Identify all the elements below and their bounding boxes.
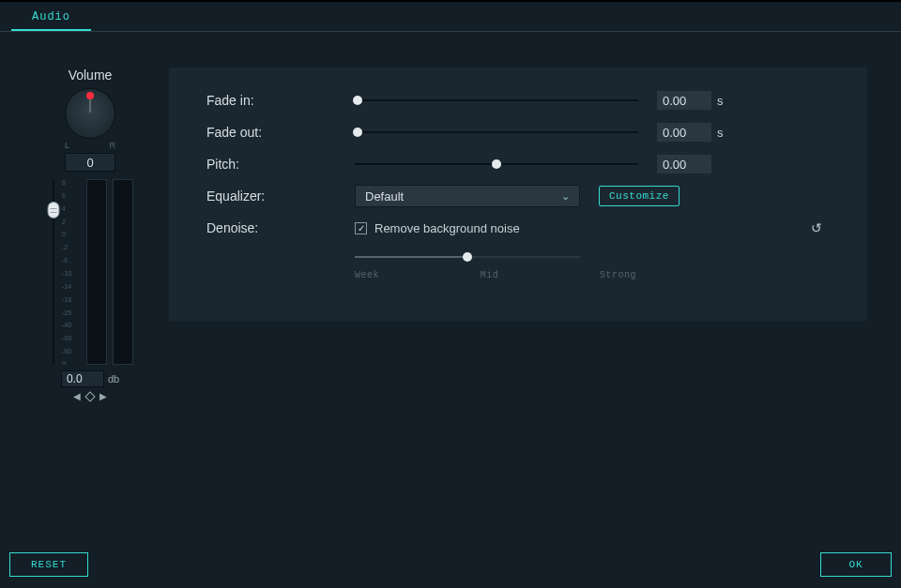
fade-in-label: Fade in: [206, 93, 355, 108]
pan-value-input[interactable] [65, 153, 115, 172]
denoise-row: Denoise: ✓ Remove background noise ↺ [206, 212, 830, 244]
pan-knob[interactable] [65, 88, 115, 139]
volume-title: Volume [69, 68, 113, 83]
fade-in-thumb-icon[interactable] [353, 96, 362, 105]
tab-audio[interactable]: Audio [11, 5, 91, 31]
fade-out-label: Fade out: [206, 125, 355, 140]
denoise-mid-label: Mid [481, 270, 499, 280]
denoise-strength-slider[interactable] [355, 249, 580, 264]
keyframe-nav: ◀ ▶ [73, 391, 107, 401]
level-meter-right [113, 179, 133, 365]
scale-tick: -18 [62, 296, 71, 303]
equalizer-selected-value: Default [365, 189, 404, 204]
fade-in-input[interactable] [657, 91, 711, 110]
fade-out-input[interactable] [657, 123, 711, 142]
content: Volume L R 8 6 4 2 0 [0, 32, 901, 401]
meter-block: 8 6 4 2 0 -2 -6 -10 -14 -18 -25 -40 -60 … [45, 179, 135, 365]
fade-out-slider[interactable] [355, 125, 638, 140]
scale-tick: 2 [62, 219, 66, 225]
scale-tick: 0 [62, 231, 66, 237]
ok-button[interactable]: OK [820, 552, 892, 577]
keyframe-next-icon[interactable]: ▶ [99, 391, 107, 401]
scale-tick: -10 [62, 270, 71, 277]
denoise-checkbox-wrap: ✓ Remove background noise [355, 221, 520, 235]
denoise-strength-slider-wrap [355, 249, 830, 264]
scale-tick: -6 [62, 257, 68, 264]
scale-tick: -14 [62, 283, 71, 290]
scale-tick: 6 [62, 192, 66, 199]
pan-lr-labels: L R [65, 141, 115, 150]
scale-tick: 4 [62, 205, 66, 212]
pitch-row: Pitch: [206, 148, 830, 180]
pan-left-label: L [65, 141, 69, 150]
scale-tick: ∞ [62, 359, 67, 366]
pitch-label: Pitch: [206, 157, 355, 172]
volume-vertical-slider[interactable] [45, 179, 62, 365]
denoise-strength-labels: Week Mid Strong [355, 270, 636, 280]
db-unit-label: db [108, 373, 119, 384]
volume-slider-thumb-icon[interactable] [48, 202, 60, 219]
level-meter-left [86, 179, 107, 365]
equalizer-customize-button[interactable]: Customize [599, 186, 680, 206]
chevron-down-icon: ⌄ [561, 190, 570, 203]
level-meters [86, 179, 133, 365]
pan-knob-indicator-icon [86, 92, 94, 99]
pitch-slider[interactable] [355, 157, 638, 172]
reset-button[interactable]: RESET [9, 552, 88, 577]
audio-params-panel: Fade in: s Fade out: s Pitch: [169, 68, 867, 321]
fade-in-row: Fade in: s [206, 84, 830, 116]
pan-knob-needle-icon [89, 99, 91, 113]
denoise-checkbox-label: Remove background noise [374, 221, 520, 235]
equalizer-select[interactable]: Default ⌄ [355, 185, 580, 207]
denoise-checkbox[interactable]: ✓ [355, 222, 367, 234]
denoise-strong-label: Strong [600, 270, 636, 280]
denoise-weak-label: Week [355, 270, 379, 280]
pan-right-label: R [110, 141, 116, 150]
scale-tick: 8 [62, 179, 66, 186]
tab-bar: Audio [0, 2, 901, 32]
keyframe-add-icon[interactable] [84, 391, 95, 401]
volume-db-input[interactable] [61, 370, 104, 387]
scale-tick: -40 [62, 322, 71, 328]
equalizer-label: Equalizer: [206, 188, 355, 204]
pitch-input[interactable] [657, 155, 711, 173]
denoise-thumb-icon[interactable] [463, 252, 472, 262]
fade-in-unit: s [717, 94, 724, 108]
keyframe-prev-icon[interactable]: ◀ [73, 391, 81, 401]
volume-column: Volume L R 8 6 4 2 0 [34, 68, 146, 401]
denoise-label: Denoise: [206, 220, 355, 235]
bottom-bar: RESET OK [9, 552, 892, 577]
scale-tick: -2 [62, 244, 68, 250]
scale-tick: -80 [62, 348, 71, 354]
db-row: db [61, 370, 119, 387]
scale-tick: -60 [62, 335, 71, 341]
denoise-reset-icon[interactable]: ↺ [811, 220, 822, 235]
fade-out-unit: s [717, 126, 724, 140]
fade-in-slider[interactable] [355, 93, 638, 108]
pitch-thumb-icon[interactable] [492, 159, 501, 169]
audio-settings-window: Audio Volume L R 8 6 [0, 0, 901, 588]
equalizer-row: Equalizer: Default ⌄ Customize [206, 180, 830, 212]
scale-tick: -25 [62, 309, 71, 316]
db-scale: 8 6 4 2 0 -2 -6 -10 -14 -18 -25 -40 -60 … [62, 179, 83, 365]
fade-out-row: Fade out: s [206, 116, 830, 148]
fade-out-thumb-icon[interactable] [353, 128, 362, 137]
